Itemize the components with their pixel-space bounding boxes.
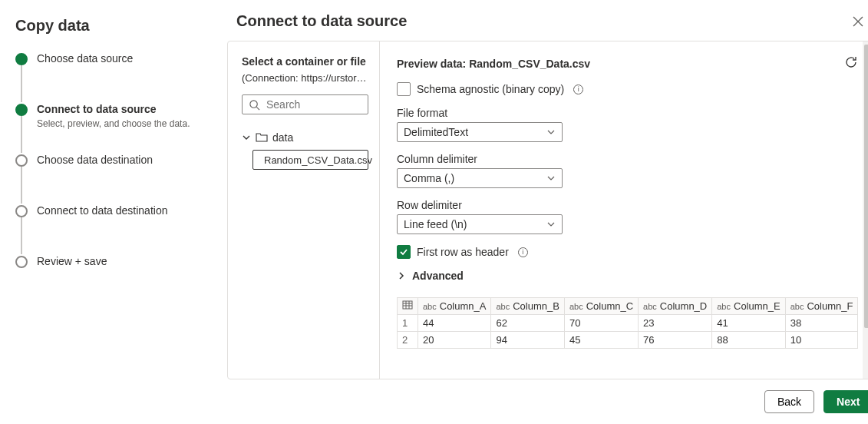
scrollbar[interactable] bbox=[863, 41, 868, 379]
cell: 94 bbox=[491, 332, 564, 349]
search-input[interactable] bbox=[266, 98, 361, 111]
folder-icon bbox=[256, 132, 268, 143]
chevron-down-icon bbox=[242, 133, 251, 142]
col-header[interactable]: abcColumn_D bbox=[639, 298, 712, 315]
first-row-header-checkbox[interactable] bbox=[397, 245, 411, 259]
table-icon bbox=[402, 300, 413, 310]
col-header[interactable]: abcColumn_E bbox=[712, 298, 785, 315]
footer: Back Next bbox=[215, 379, 868, 424]
search-input-wrapper[interactable] bbox=[242, 94, 368, 114]
table-header-row: abcColumn_A abcColumn_B abcColumn_C abcC… bbox=[398, 298, 858, 315]
column-delimiter-label: Column delimiter bbox=[397, 153, 858, 165]
back-button[interactable]: Back bbox=[764, 390, 814, 413]
step-sub: Select, preview, and choose the data. bbox=[37, 118, 200, 129]
cell: 44 bbox=[418, 315, 491, 332]
rownum-header bbox=[398, 298, 418, 315]
close-button[interactable] bbox=[850, 13, 866, 30]
step-connector bbox=[21, 65, 22, 102]
step-connector bbox=[21, 167, 22, 204]
col-header[interactable]: abcColumn_B bbox=[491, 298, 564, 315]
cell: 23 bbox=[639, 315, 712, 332]
first-row-header-label: First row as header bbox=[417, 246, 509, 258]
first-row-header-row[interactable]: First row as header i bbox=[397, 245, 858, 259]
sidebar: Copy data Choose data source Connect to … bbox=[0, 0, 215, 424]
cell: 45 bbox=[564, 332, 638, 349]
step-choose-source[interactable]: Choose data source bbox=[15, 51, 200, 102]
page-title: Connect to data source bbox=[236, 12, 407, 30]
step-review-save[interactable]: Review + save bbox=[15, 254, 200, 270]
preview-panel: Preview data: Random_CSV_Data.csv Schema… bbox=[380, 41, 868, 379]
advanced-toggle[interactable]: Advanced bbox=[397, 270, 858, 282]
chevron-down-icon bbox=[546, 128, 556, 137]
folder-row[interactable]: data bbox=[242, 128, 368, 147]
cell: 38 bbox=[785, 315, 858, 332]
cell: 76 bbox=[639, 332, 712, 349]
step-connect-source[interactable]: Connect to data source Select, preview, … bbox=[15, 102, 200, 153]
rownum-cell: 2 bbox=[398, 332, 418, 349]
info-icon[interactable]: i bbox=[573, 84, 583, 94]
info-icon[interactable]: i bbox=[518, 247, 528, 257]
column-delimiter-dropdown[interactable]: Comma (,) bbox=[397, 168, 563, 188]
file-label: Random_CSV_Data.csv bbox=[264, 154, 372, 166]
step-list: Choose data source Connect to data sourc… bbox=[15, 51, 200, 270]
svg-rect-2 bbox=[403, 301, 412, 309]
folder-label: data bbox=[272, 131, 293, 144]
step-label: Choose data source bbox=[37, 52, 200, 65]
step-node-icon bbox=[15, 154, 28, 167]
cell: 88 bbox=[712, 332, 785, 349]
main: Connect to data source Select a containe… bbox=[215, 0, 868, 424]
step-connector bbox=[21, 217, 22, 254]
svg-point-0 bbox=[250, 100, 257, 107]
step-connect-destination[interactable]: Connect to data destination bbox=[15, 204, 200, 254]
sidebar-title: Copy data bbox=[15, 17, 200, 35]
file-format-value: DelimitedText bbox=[404, 126, 468, 138]
scrollbar-thumb[interactable] bbox=[864, 45, 868, 328]
step-label: Review + save bbox=[37, 255, 200, 267]
check-icon bbox=[399, 247, 408, 257]
next-button[interactable]: Next bbox=[823, 390, 868, 413]
cell: 20 bbox=[418, 332, 491, 349]
file-format-dropdown[interactable]: DelimitedText bbox=[397, 122, 563, 142]
column-delimiter-value: Comma (,) bbox=[404, 172, 454, 184]
row-delimiter-value: Line feed (\n) bbox=[404, 218, 467, 230]
col-header[interactable]: abcColumn_F bbox=[785, 298, 858, 315]
row-delimiter-dropdown[interactable]: Line feed (\n) bbox=[397, 214, 563, 234]
main-header: Connect to data source bbox=[215, 8, 868, 41]
col-header[interactable]: abcColumn_A bbox=[418, 298, 491, 315]
chevron-down-icon bbox=[546, 220, 556, 229]
cell: 62 bbox=[491, 315, 564, 332]
step-label: Choose data destination bbox=[37, 154, 200, 166]
cell: 10 bbox=[785, 332, 858, 349]
svg-line-1 bbox=[256, 107, 259, 110]
rownum-cell: 1 bbox=[398, 315, 418, 332]
close-icon bbox=[852, 15, 864, 28]
schema-agnostic-row[interactable]: Schema agnostic (binary copy) i bbox=[397, 82, 858, 96]
step-label: Connect to data source bbox=[37, 103, 200, 115]
step-node-icon bbox=[15, 205, 28, 217]
cell: 41 bbox=[712, 315, 785, 332]
table-row[interactable]: 1 44 62 70 23 41 38 bbox=[398, 315, 858, 332]
file-format-label: File format bbox=[397, 107, 858, 119]
schema-agnostic-label: Schema agnostic (binary copy) bbox=[417, 83, 564, 95]
step-choose-destination[interactable]: Choose data destination bbox=[15, 153, 200, 204]
table-row[interactable]: 2 20 94 45 76 88 10 bbox=[398, 332, 858, 349]
file-browser-title: Select a container or file bbox=[242, 55, 368, 68]
schema-agnostic-checkbox[interactable] bbox=[397, 82, 411, 96]
file-browser-panel: Select a container or file (Connection: … bbox=[228, 41, 380, 379]
row-delimiter-label: Row delimiter bbox=[397, 199, 858, 211]
cell: 70 bbox=[564, 315, 638, 332]
preview-title: Preview data: Random_CSV_Data.csv bbox=[397, 58, 590, 70]
content-panel: Select a container or file (Connection: … bbox=[227, 41, 868, 379]
refresh-button[interactable] bbox=[844, 55, 858, 71]
step-node-icon bbox=[15, 104, 28, 116]
file-row-selected[interactable]: Random_CSV_Data.csv bbox=[252, 150, 368, 170]
chevron-down-icon bbox=[546, 174, 556, 183]
preview-table: abcColumn_A abcColumn_B abcColumn_C abcC… bbox=[397, 297, 858, 349]
col-header[interactable]: abcColumn_C bbox=[564, 298, 638, 315]
search-icon bbox=[249, 99, 260, 111]
chevron-right-icon bbox=[397, 271, 406, 280]
refresh-icon bbox=[844, 55, 858, 69]
step-label: Connect to data destination bbox=[37, 204, 200, 217]
step-connector bbox=[21, 116, 22, 153]
step-node-icon bbox=[15, 256, 28, 268]
